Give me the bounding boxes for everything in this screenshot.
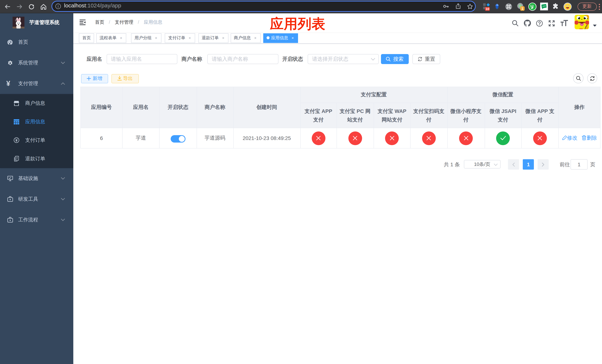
svg-text:10: 10	[486, 7, 489, 11]
svg-text:1: 1	[521, 7, 523, 11]
